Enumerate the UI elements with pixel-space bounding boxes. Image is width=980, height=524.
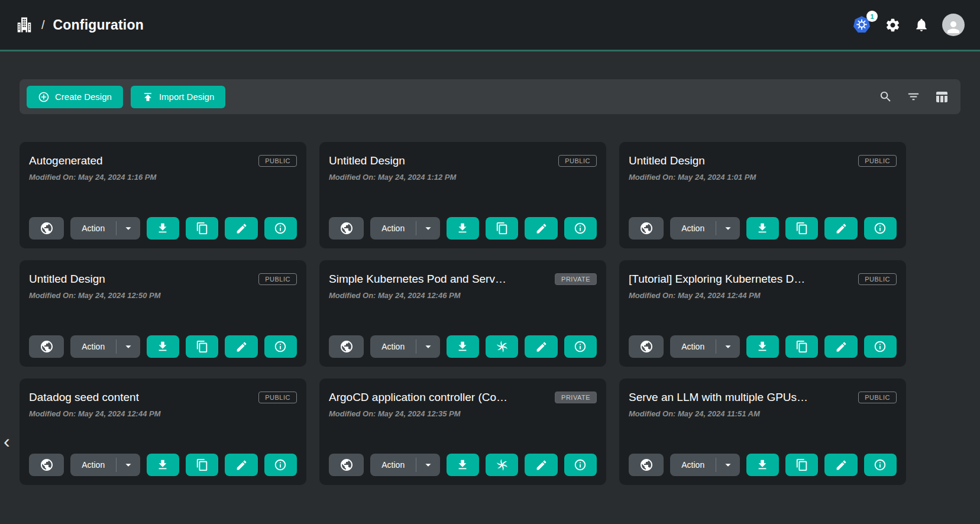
import-design-button[interactable]: Import Design [131, 86, 225, 108]
publish-globe-button[interactable] [329, 335, 364, 358]
download-button[interactable] [447, 454, 479, 476]
action-dropdown-button[interactable] [716, 217, 740, 240]
table-view-icon[interactable] [934, 90, 949, 104]
search-icon[interactable] [879, 90, 892, 103]
design-title: [Tutorial] Exploring Kubernetes D… [629, 273, 805, 286]
pinwheel-icon [495, 339, 509, 354]
publish-globe-button[interactable] [29, 335, 64, 358]
clone-button[interactable] [486, 335, 518, 358]
globe-icon [339, 458, 354, 472]
user-avatar[interactable] [942, 14, 965, 36]
info-button[interactable] [564, 454, 597, 476]
modified-on: Modified On: May 24, 2024 12:35 PM [329, 409, 597, 418]
clone-button[interactable] [186, 454, 218, 476]
publish-globe-button[interactable] [329, 454, 364, 476]
action-button[interactable]: Action [670, 335, 716, 358]
organization-building-icon[interactable] [15, 16, 33, 34]
clone-button[interactable] [785, 454, 818, 476]
action-dropdown-button[interactable] [416, 454, 440, 476]
edit-button[interactable] [225, 454, 257, 476]
action-button[interactable]: Action [370, 454, 416, 476]
edit-button[interactable] [824, 217, 857, 240]
action-dropdown-button[interactable] [117, 335, 140, 358]
download-icon [156, 222, 169, 235]
info-button[interactable] [864, 217, 897, 240]
download-button[interactable] [147, 217, 179, 240]
action-button-label: Action [381, 460, 405, 470]
pinwheel-icon [495, 458, 509, 472]
info-button[interactable] [264, 217, 297, 240]
info-button[interactable] [564, 335, 597, 358]
download-button[interactable] [746, 454, 779, 476]
clone-button[interactable] [785, 217, 818, 240]
action-dropdown-button[interactable] [416, 217, 440, 240]
action-button[interactable]: Action [670, 454, 716, 476]
design-title: Simple Kubernetes Pod and Serv… [329, 273, 506, 286]
clone-button[interactable] [186, 217, 218, 240]
design-title: Datadog seed content [29, 391, 139, 404]
publish-globe-button[interactable] [29, 454, 64, 476]
download-icon [756, 222, 769, 235]
edit-button[interactable] [225, 217, 257, 240]
action-dropdown-button[interactable] [716, 335, 740, 358]
kubernetes-context-button[interactable]: 1 [852, 15, 872, 35]
pencil-icon [835, 341, 848, 353]
filter-icon[interactable] [907, 90, 920, 103]
edit-button[interactable] [225, 335, 257, 358]
action-split-button: Action [70, 454, 140, 476]
publish-globe-button[interactable] [629, 454, 664, 476]
notifications-bell-icon[interactable] [914, 17, 929, 33]
edit-button[interactable] [525, 335, 557, 358]
action-dropdown-button[interactable] [117, 217, 140, 240]
clone-button[interactable] [486, 454, 518, 476]
action-button[interactable]: Action [70, 335, 116, 358]
info-button[interactable] [264, 454, 297, 476]
info-button[interactable] [264, 335, 297, 358]
action-button[interactable]: Action [370, 217, 416, 240]
publish-globe-button[interactable] [629, 217, 664, 240]
info-icon [574, 340, 587, 353]
download-button[interactable] [447, 217, 479, 240]
info-button[interactable] [864, 335, 897, 358]
info-icon [874, 458, 887, 471]
publish-globe-button[interactable] [29, 217, 64, 240]
settings-gear-icon[interactable] [885, 17, 901, 33]
edit-button[interactable] [824, 454, 857, 476]
info-button[interactable] [564, 217, 597, 240]
clone-button[interactable] [186, 335, 218, 358]
edit-button[interactable] [525, 454, 557, 476]
create-design-button[interactable]: Create Design [27, 86, 123, 108]
chevron-down-icon [422, 458, 435, 471]
publish-globe-button[interactable] [629, 335, 664, 358]
action-dropdown-button[interactable] [416, 335, 440, 358]
edit-button[interactable] [525, 217, 557, 240]
download-button[interactable] [447, 335, 479, 358]
action-button-label: Action [82, 460, 105, 470]
visibility-badge: PUBLIC [558, 155, 597, 167]
action-button[interactable]: Action [670, 217, 716, 240]
action-dropdown-button[interactable] [117, 454, 140, 476]
visibility-badge: PUBLIC [858, 155, 897, 167]
download-button[interactable] [746, 217, 779, 240]
header-actions: 1 [852, 14, 965, 36]
chevron-down-icon [122, 340, 135, 353]
action-split-button: Action [70, 335, 140, 358]
download-icon [456, 222, 469, 235]
sidebar-collapse-chevron[interactable]: ‹ [1, 431, 12, 452]
clone-button[interactable] [486, 217, 518, 240]
visibility-badge: PRIVATE [555, 392, 597, 403]
info-button[interactable] [864, 454, 897, 476]
action-button[interactable]: Action [70, 454, 116, 476]
clone-button[interactable] [785, 335, 818, 358]
pencil-icon [835, 459, 848, 471]
download-button[interactable] [746, 335, 779, 358]
download-button[interactable] [147, 335, 179, 358]
download-icon [156, 340, 169, 353]
download-button[interactable] [147, 454, 179, 476]
edit-button[interactable] [824, 335, 857, 358]
publish-globe-button[interactable] [329, 217, 364, 240]
action-dropdown-button[interactable] [716, 454, 740, 476]
action-button[interactable]: Action [70, 217, 116, 240]
action-button[interactable]: Action [370, 335, 416, 358]
copy-icon [196, 222, 209, 235]
